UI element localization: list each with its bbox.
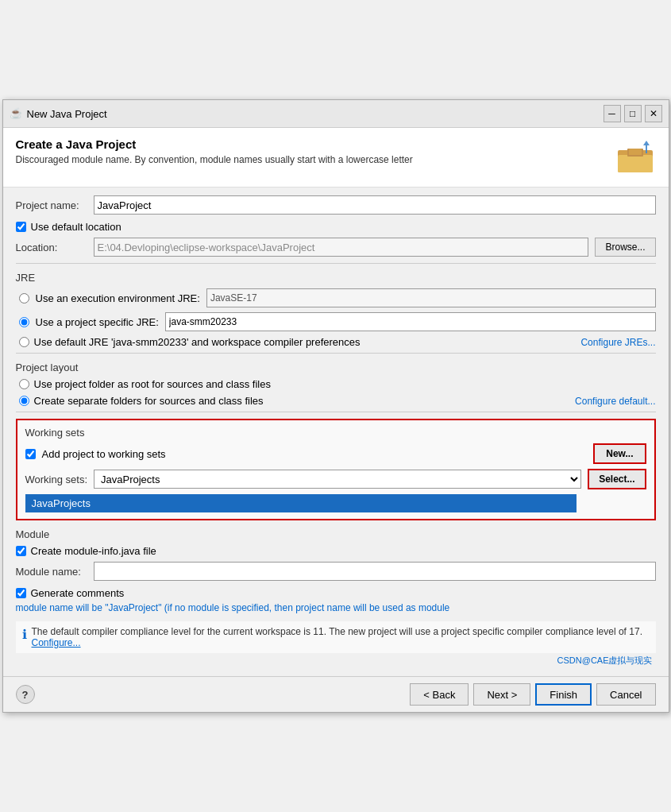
- info-box-content: The default compiler compliance level fo…: [32, 626, 650, 648]
- project-name-row: Project name: JavaProject: [16, 195, 656, 215]
- generate-comments-row: Generate comments: [16, 587, 656, 599]
- layout-option1-row: Use project folder as root for sources a…: [19, 378, 656, 390]
- dialog-footer: ? < Back Next > Finish Cancel: [3, 676, 669, 712]
- jre-option2-radio[interactable]: [19, 317, 29, 327]
- project-layout-label: Project layout: [16, 362, 656, 373]
- working-sets-section: Working sets Add project to working sets…: [16, 419, 656, 520]
- module-section: Module Create module-info.java file Modu…: [16, 528, 656, 613]
- jre-option2-row: Use a project specific JRE:: [19, 312, 656, 331]
- header-warning: Discouraged module name. By convention, …: [16, 154, 607, 165]
- location-row: Location: E:\04.Devloping\eclipse-worksp…: [16, 238, 656, 257]
- location-label: Location:: [16, 242, 87, 253]
- separator-3: [16, 412, 656, 412]
- help-button[interactable]: ?: [16, 685, 35, 704]
- jre-option1-label[interactable]: Use an execution environment JRE:: [36, 292, 200, 304]
- back-button[interactable]: < Back: [410, 683, 469, 706]
- jre-option1-row: Use an execution environment JRE:: [19, 288, 656, 307]
- jre-option2-label[interactable]: Use a project specific JRE:: [36, 316, 159, 328]
- project-name-input[interactable]: JavaProject: [94, 195, 656, 215]
- separator-2: [16, 353, 656, 354]
- jre-option3-radio[interactable]: [19, 337, 29, 347]
- layout-option2-radio[interactable]: [19, 396, 29, 406]
- dialog-body: Project name: JavaProject Use default lo…: [3, 188, 669, 676]
- new-working-set-button[interactable]: New...: [593, 443, 646, 464]
- module-label: Module: [16, 528, 656, 540]
- add-working-sets-row: Add project to working sets New...: [25, 443, 646, 464]
- info-box-text: The default compiler compliance level fo…: [32, 626, 642, 637]
- minimize-button[interactable]: ─: [604, 105, 621, 122]
- dialog-window: ☕ New Java Project ─ □ ✕ Create a Java P…: [2, 99, 669, 713]
- use-default-location-label[interactable]: Use default location: [31, 221, 121, 233]
- layout-option1-label[interactable]: Use project folder as root for sources a…: [34, 378, 271, 390]
- svg-rect-1: [618, 155, 653, 172]
- finish-button[interactable]: Finish: [535, 683, 592, 706]
- create-module-checkbox[interactable]: [16, 546, 26, 556]
- title-bar-text: New Java Project: [27, 108, 599, 120]
- working-sets-dropdown-item[interactable]: JavaProjects: [25, 494, 577, 512]
- select-working-set-button[interactable]: Select...: [588, 469, 646, 489]
- header-text-area: Create a Java Project Discouraged module…: [16, 137, 607, 165]
- use-default-location-row: Use default location: [16, 221, 656, 233]
- working-sets-combo[interactable]: JavaProjects: [94, 470, 581, 489]
- separator-1: [16, 263, 656, 264]
- layout-option2-label[interactable]: Create separate folders for sources and …: [34, 395, 264, 407]
- add-working-sets-checkbox[interactable]: [25, 449, 36, 459]
- browse-button[interactable]: Browse...: [595, 238, 655, 257]
- jre-option3-label[interactable]: Use default JRE 'java-smm20233' and work…: [34, 336, 361, 348]
- project-name-label: Project name:: [16, 199, 87, 211]
- jre-option1-radio[interactable]: [19, 293, 29, 304]
- module-name-row: Module name:: [16, 562, 656, 581]
- layout-option1-radio[interactable]: [19, 379, 29, 389]
- title-bar: ☕ New Java Project ─ □ ✕: [3, 100, 669, 128]
- module-info-text: module name will be "JavaProject" (if no…: [16, 602, 656, 613]
- generate-comments-label[interactable]: Generate comments: [31, 587, 125, 599]
- working-sets-combo-row: Working sets: JavaProjects Select...: [25, 469, 646, 489]
- title-bar-controls: ─ □ ✕: [604, 105, 662, 122]
- jre-label: JRE: [16, 272, 656, 284]
- jre-option2-select[interactable]: [165, 312, 656, 331]
- jre-option1-select: [206, 288, 656, 307]
- configure-link[interactable]: Configure...: [32, 637, 81, 648]
- jre-radio-group: Use an execution environment JRE: Use a …: [19, 288, 656, 348]
- working-sets-label: Working sets: [25, 427, 646, 439]
- dialog-title: Create a Java Project: [16, 137, 607, 151]
- module-name-input[interactable]: [94, 562, 656, 581]
- project-icon: [616, 139, 654, 177]
- info-icon: ℹ: [22, 627, 27, 642]
- location-input: E:\04.Devloping\eclipse-workspace\JavaPr…: [94, 238, 589, 257]
- working-sets-field-label: Working sets:: [25, 474, 88, 485]
- generate-comments-checkbox[interactable]: [16, 588, 26, 598]
- module-name-label: Module name:: [16, 566, 87, 578]
- next-button[interactable]: Next >: [473, 683, 530, 706]
- layout-option2-row: Create separate folders for sources and …: [19, 395, 656, 407]
- dialog-header: Create a Java Project Discouraged module…: [3, 128, 669, 188]
- info-box: ℹ The default compiler compliance level …: [16, 621, 656, 653]
- layout-radio-group: Use project folder as root for sources a…: [19, 378, 656, 407]
- configure-jres-link[interactable]: Configure JREs...: [574, 337, 655, 348]
- configure-default-link[interactable]: Configure default...: [569, 396, 655, 407]
- maximize-button[interactable]: □: [624, 105, 642, 122]
- create-module-label[interactable]: Create module-info.java file: [31, 545, 156, 557]
- jre-option3-row: Use default JRE 'java-smm20233' and work…: [19, 336, 656, 348]
- cancel-button[interactable]: Cancel: [596, 683, 655, 706]
- create-module-row: Create module-info.java file: [16, 545, 656, 557]
- use-default-location-checkbox[interactable]: [16, 222, 26, 232]
- add-working-sets-label[interactable]: Add project to working sets: [42, 448, 588, 460]
- watermark: CSDN@CAE虚拟与现实: [16, 653, 656, 668]
- close-button[interactable]: ✕: [645, 105, 662, 122]
- header-icon: [615, 137, 656, 179]
- java-icon: ☕: [10, 107, 22, 120]
